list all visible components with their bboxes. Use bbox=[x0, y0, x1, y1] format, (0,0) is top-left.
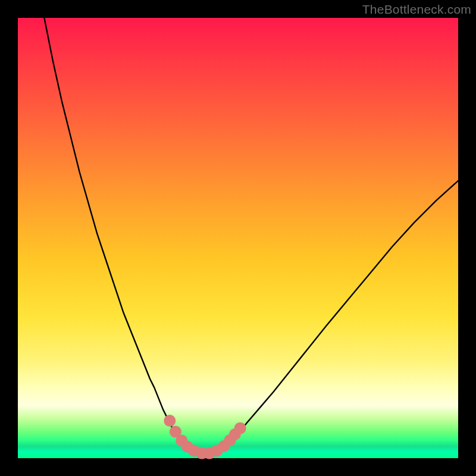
plot-area bbox=[18, 18, 458, 458]
bottleneck-curve-path bbox=[44, 18, 458, 454]
curve-marker bbox=[164, 415, 176, 427]
watermark-text: TheBottleneck.com bbox=[362, 2, 471, 17]
bottleneck-curve-svg bbox=[18, 18, 458, 458]
curve-marker bbox=[234, 422, 246, 434]
curve-markers bbox=[164, 415, 246, 459]
chart-frame: TheBottleneck.com bbox=[0, 0, 476, 476]
